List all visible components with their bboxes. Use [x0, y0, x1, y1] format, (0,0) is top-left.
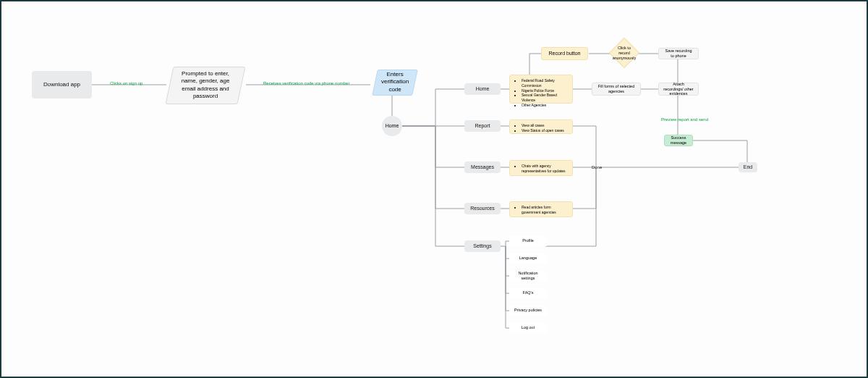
- label-done: Done: [592, 165, 602, 169]
- node-download-app: Download app: [32, 71, 92, 98]
- node-save-recording: Save recording to phone: [658, 48, 699, 59]
- tab-home: Home: [464, 83, 501, 95]
- node-home: Home: [382, 116, 402, 136]
- settings-language: Language: [509, 253, 547, 264]
- node-attach-evidence: Attach recordings/ other evidences: [658, 83, 699, 96]
- node-report-details: View all casesView Status of open cases: [509, 119, 573, 134]
- label-preview-send: Preview report and send: [661, 117, 708, 122]
- settings-logout: Log out: [509, 323, 547, 333]
- label-clicks-signup: Clicks on sign up: [110, 81, 142, 85]
- tab-messages: Messages: [464, 161, 501, 173]
- settings-profile: Profile: [509, 236, 547, 246]
- node-record-anon: Click to record anonymously: [609, 38, 639, 68]
- connectors: [1, 1, 868, 378]
- node-messages-details: Chats with agency representatives for up…: [509, 160, 573, 176]
- node-prompt-details: Prompted to enter, name, gender, age ema…: [165, 67, 245, 104]
- node-home-agencies: Federal Road Safety CommissionNigeria Po…: [509, 75, 573, 104]
- settings-privacy: Privacy policies: [509, 306, 547, 316]
- tab-report: Report: [464, 120, 501, 132]
- tab-settings: Settings: [464, 240, 501, 252]
- node-end: End: [739, 162, 757, 172]
- label-receives-code: Receives verification code via phone num…: [263, 81, 349, 85]
- node-success: Success message: [664, 135, 693, 146]
- flow-diagram: Download app Clicks on sign up Prompted …: [0, 0, 868, 378]
- node-enters-code: Enters verification code: [372, 70, 418, 96]
- node-resources-details: Read articles form government agencies: [509, 201, 573, 217]
- node-record-button: Record button: [541, 47, 588, 60]
- tab-resources: Resources: [464, 203, 501, 214]
- settings-faqs: FAQ's: [509, 288, 547, 298]
- settings-notifications: Notification settings: [509, 271, 547, 281]
- node-fill-forms: Fill forms of selected agencies: [592, 83, 641, 96]
